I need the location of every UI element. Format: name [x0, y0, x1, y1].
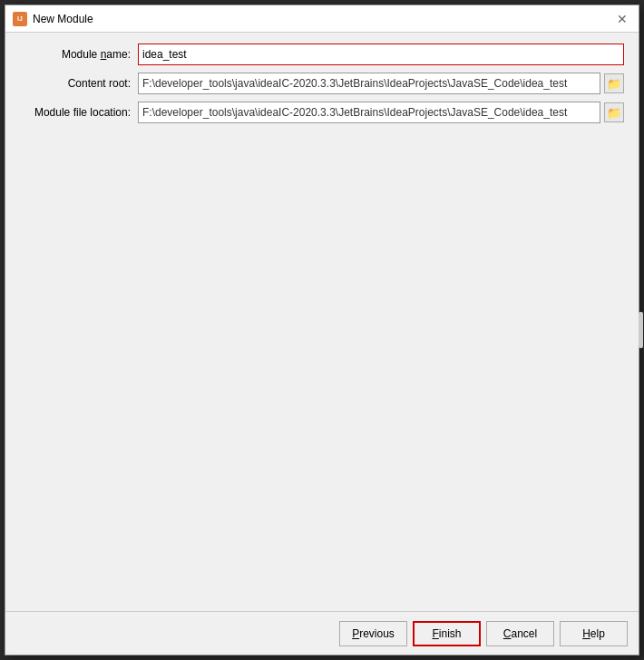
module-name-label: Module name: [20, 48, 138, 61]
dialog-body: Module name: Content root: 📁 Module file… [5, 33, 639, 611]
title-bar: IJ New Module ✕ [5, 5, 639, 33]
module-file-location-row: Module file location: 📁 [20, 102, 624, 123]
app-icon: IJ [13, 12, 27, 26]
resize-handle[interactable] [639, 312, 643, 348]
content-root-label: Content root: [20, 77, 138, 90]
module-name-row: Module name: [20, 44, 624, 65]
module-file-location-input-container: 📁 [138, 102, 624, 123]
content-root-input[interactable] [138, 73, 600, 94]
dialog-title: New Module [33, 13, 93, 25]
previous-button[interactable]: Previous [339, 621, 407, 646]
content-root-input-container: 📁 [138, 73, 624, 94]
finish-button[interactable]: Finish [413, 621, 481, 646]
module-name-input-container [138, 44, 624, 65]
module-name-input[interactable] [138, 44, 624, 65]
module-name-label-underline: n [101, 48, 107, 61]
module-file-location-label: Module file location: [20, 106, 138, 119]
content-area [20, 131, 624, 600]
dialog-footer: Previous Finish Cancel Help [5, 611, 639, 655]
content-root-row: Content root: 📁 [20, 73, 624, 94]
module-file-location-input[interactable] [138, 102, 600, 123]
title-bar-left: IJ New Module [13, 12, 93, 26]
module-file-location-browse-button[interactable]: 📁 [604, 102, 624, 122]
new-module-dialog: IJ New Module ✕ Module name: Content roo… [5, 5, 639, 655]
help-button[interactable]: Help [560, 621, 628, 646]
cancel-button[interactable]: Cancel [486, 621, 554, 646]
close-button[interactable]: ✕ [613, 10, 631, 28]
content-root-browse-button[interactable]: 📁 [604, 73, 624, 93]
